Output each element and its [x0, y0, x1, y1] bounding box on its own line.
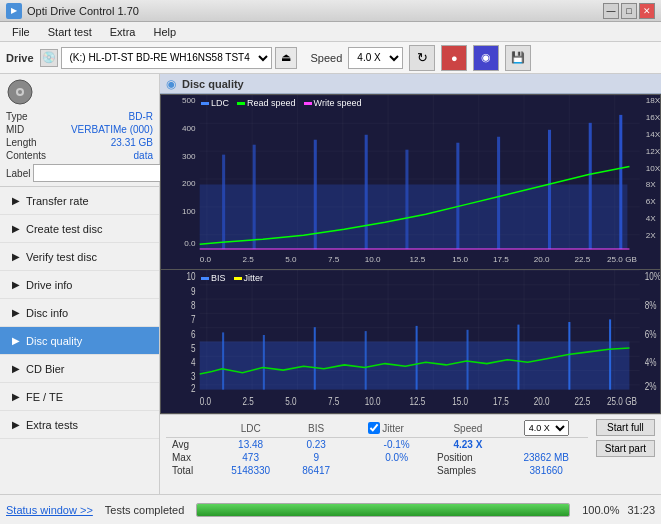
verify-test-disc-icon: ▶ [12, 251, 20, 262]
svg-text:12.5: 12.5 [409, 396, 425, 407]
app-title: Opti Drive Control 1.70 [27, 5, 139, 17]
svg-text:8: 8 [191, 300, 196, 311]
disc-quality-header: ◉ Disc quality [160, 74, 661, 94]
sidebar-item-create-test-disc[interactable]: ▶ Create test disc [0, 215, 159, 243]
chart-bottom: BIS Jitter 10 [160, 270, 661, 414]
drive-bar: Drive 💿 (K:) HL-DT-ST BD-RE WH16NS58 TST… [0, 42, 661, 74]
max-bis: 9 [287, 451, 345, 464]
status-window-button[interactable]: Status window >> [6, 504, 93, 516]
menu-help[interactable]: Help [145, 24, 184, 40]
svg-rect-75 [314, 327, 316, 389]
svg-text:7.5: 7.5 [328, 255, 340, 264]
disc-header [6, 78, 153, 106]
disc-mid-label: MID [6, 124, 24, 135]
sidebar-item-extra-tests[interactable]: ▶ Extra tests [0, 411, 159, 439]
sidebar: Type BD-R MID VERBATIMe (000) Length 23.… [0, 74, 160, 494]
svg-text:5.0: 5.0 [285, 255, 297, 264]
svg-rect-40 [497, 137, 500, 249]
disc-type-value: BD-R [129, 111, 153, 122]
svg-text:2: 2 [191, 383, 196, 394]
svg-rect-37 [365, 135, 368, 249]
write-speed-color-dot [304, 102, 312, 105]
speed-target-select[interactable]: 4.0 X [524, 420, 569, 436]
sidebar-item-fe-te[interactable]: ▶ FE / TE [0, 383, 159, 411]
sidebar-item-disc-info[interactable]: ▶ Disc info [0, 299, 159, 327]
status-text: Tests completed [105, 504, 184, 516]
total-ldc: 5148330 [214, 464, 288, 477]
svg-text:6X: 6X [646, 197, 657, 206]
stats-row-avg: Avg 13.48 0.23 -0.1% 4.23 X [166, 438, 588, 452]
menu-start-test[interactable]: Start test [40, 24, 100, 40]
jitter-color-dot [234, 277, 242, 280]
svg-text:6%: 6% [645, 329, 657, 340]
save-button[interactable]: 💾 [505, 45, 531, 71]
menu-extra[interactable]: Extra [102, 24, 144, 40]
top-chart-legend: LDC Read speed Write speed [201, 98, 361, 108]
max-label: Max [166, 451, 214, 464]
svg-text:10%: 10% [645, 271, 660, 282]
svg-text:4: 4 [191, 357, 196, 368]
sidebar-item-cd-bier[interactable]: ▶ CD Bier [0, 355, 159, 383]
max-spacer [345, 451, 362, 464]
svg-text:20.0: 20.0 [534, 255, 550, 264]
speed-select[interactable]: 4.0 X [348, 47, 403, 69]
progress-label: 100.0% [582, 504, 619, 516]
avg-speed: 4.23 X [431, 438, 505, 452]
sidebar-item-disc-quality[interactable]: ▶ Disc quality [0, 327, 159, 355]
avg-ldc: 13.48 [214, 438, 288, 452]
title-bar: ▶ Opti Drive Control 1.70 — □ ✕ [0, 0, 661, 22]
top-chart-svg: 500 400 300 200 100 0.0 18X 16X 14X 12X … [161, 95, 660, 269]
disc-contents-row: Contents data [6, 149, 153, 162]
svg-rect-77 [416, 326, 418, 390]
svg-rect-76 [365, 331, 367, 390]
close-button[interactable]: ✕ [639, 3, 655, 19]
status-bar: Status window >> Tests completed 100.0% … [0, 494, 661, 524]
svg-point-2 [18, 90, 22, 94]
sidebar-item-transfer-rate[interactable]: ▶ Transfer rate [0, 187, 159, 215]
disc-section: Type BD-R MID VERBATIMe (000) Length 23.… [0, 74, 159, 187]
maximize-button[interactable]: □ [621, 3, 637, 19]
read-speed-color-dot [237, 102, 245, 105]
start-full-button[interactable]: Start full [596, 419, 655, 436]
svg-rect-73 [222, 332, 224, 389]
chart-top: LDC Read speed Write speed [160, 94, 661, 270]
svg-text:25.0 GB: 25.0 GB [607, 255, 637, 264]
svg-text:17.5: 17.5 [493, 396, 509, 407]
svg-text:18X: 18X [646, 96, 660, 105]
jitter-checkbox[interactable] [368, 422, 380, 434]
media2-button[interactable]: ◉ [473, 45, 499, 71]
menu-file[interactable]: File [4, 24, 38, 40]
menu-bar: File Start test Extra Help [0, 22, 661, 42]
disc-label-input[interactable] [33, 164, 166, 182]
avg-label: Avg [166, 438, 214, 452]
col-ldc: LDC [214, 419, 288, 438]
disc-label-row: Label ✎ [6, 164, 153, 182]
svg-rect-38 [405, 150, 408, 249]
col-empty [166, 419, 214, 438]
svg-text:5: 5 [191, 343, 196, 354]
svg-text:400: 400 [182, 124, 196, 133]
stats-table: LDC BIS Jitter Speed [166, 419, 588, 490]
speed-label: Speed [311, 52, 343, 64]
media-button[interactable]: ● [441, 45, 467, 71]
start-part-button[interactable]: Start part [596, 440, 655, 457]
svg-text:15.0: 15.0 [452, 396, 468, 407]
col-speed-select[interactable]: 4.0 X [505, 419, 588, 438]
svg-rect-41 [548, 130, 551, 249]
disc-length-label: Length [6, 137, 37, 148]
extra-tests-icon: ▶ [12, 419, 20, 430]
svg-text:500: 500 [182, 96, 196, 105]
sidebar-item-verify-test-disc[interactable]: ▶ Verify test disc [0, 243, 159, 271]
eject-button[interactable]: ⏏ [275, 47, 297, 69]
minimize-button[interactable]: — [603, 3, 619, 19]
col-spacer [345, 419, 362, 438]
avg-jitter: -0.1% [362, 438, 431, 452]
drive-select[interactable]: (K:) HL-DT-ST BD-RE WH16NS58 TST4 [61, 47, 272, 69]
disc-svg-icon [6, 78, 34, 106]
progress-bar-wrapper [196, 503, 570, 517]
drive-select-wrapper: 💿 (K:) HL-DT-ST BD-RE WH16NS58 TST4 ⏏ [40, 47, 297, 69]
sidebar-item-drive-info[interactable]: ▶ Drive info [0, 271, 159, 299]
disc-quality-title: Disc quality [182, 78, 244, 90]
refresh-button[interactable]: ↻ [409, 45, 435, 71]
svg-text:10: 10 [187, 271, 196, 282]
